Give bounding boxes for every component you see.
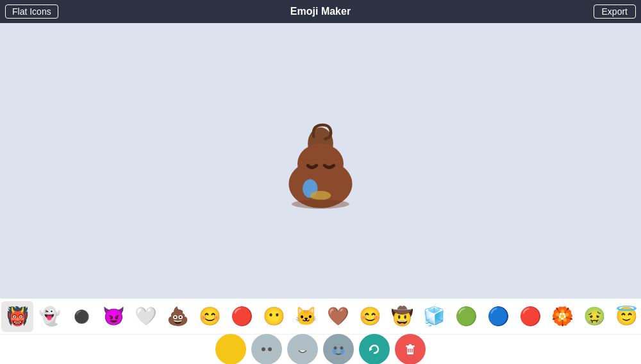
mouth-button[interactable]	[287, 334, 318, 364]
emoji-item[interactable]: 🔵	[482, 301, 514, 332]
svg-point-7	[221, 340, 240, 359]
emoji-item[interactable]: 😶	[258, 301, 290, 332]
emoji-item[interactable]: 🤢	[578, 301, 610, 332]
delete-button[interactable]	[395, 334, 426, 364]
header: Flat Icons Emoji Maker Export	[0, 0, 641, 23]
mouth-icon	[292, 339, 313, 360]
refresh-button[interactable]	[359, 334, 390, 364]
emoji-item[interactable]: 👹	[1, 301, 33, 332]
svg-point-14	[340, 347, 344, 350]
eyes-icon	[256, 339, 277, 360]
body-color-icon	[221, 339, 241, 360]
export-button[interactable]: Export	[594, 4, 636, 19]
svg-point-9	[262, 347, 265, 351]
emoji-item[interactable]: 💩	[162, 301, 194, 332]
emoji-item[interactable]: 🔴	[514, 301, 546, 332]
emoji-item[interactable]: 🔴	[226, 301, 258, 332]
emoji-item[interactable]: 😇	[610, 301, 641, 332]
svg-point-12	[329, 340, 348, 359]
svg-point-11	[293, 340, 312, 359]
trash-icon	[400, 339, 420, 360]
svg-point-13	[334, 347, 337, 350]
svg-point-5	[310, 191, 331, 200]
flat-icons-button[interactable]: Flat Icons	[5, 4, 58, 19]
refresh-icon	[364, 339, 385, 360]
emoji-row: 👹 👻 ⚫ 😈 🤍 💩 😊 🔴 😶 🐱 🤎 😊 🤠 🧊 🟢 🔵 🔴 🏵️ 🤢 😇…	[0, 299, 641, 335]
emoji-item[interactable]: 👻	[33, 301, 65, 332]
expression-button[interactable]	[323, 334, 354, 364]
svg-point-2	[297, 144, 344, 184]
emoji-item[interactable]: 🏵️	[546, 301, 578, 332]
canvas-area	[0, 23, 641, 299]
emoji-item[interactable]: 🤠	[386, 301, 418, 332]
svg-point-16	[340, 349, 344, 354]
emoji-item[interactable]: 🤎	[322, 301, 354, 332]
emoji-item[interactable]: 🤍	[129, 301, 162, 332]
svg-point-8	[257, 340, 276, 359]
emoji-item[interactable]: 😈	[97, 301, 129, 332]
expression-icon	[328, 339, 349, 360]
emoji-item[interactable]: 🐱	[290, 301, 322, 332]
body-color-button[interactable]	[215, 334, 246, 364]
svg-point-6	[292, 199, 349, 208]
header-title: Emoji Maker	[290, 6, 351, 17]
emoji-item[interactable]: 🟢	[450, 301, 482, 332]
emoji-item[interactable]: 😊	[194, 301, 226, 332]
emoji-item[interactable]: 😊	[354, 301, 386, 332]
eyes-button[interactable]	[251, 334, 282, 364]
emoji-preview	[256, 97, 385, 225]
svg-point-17	[365, 340, 384, 359]
emoji-item[interactable]: 🧊	[418, 301, 450, 332]
svg-point-15	[333, 349, 337, 354]
emoji-item[interactable]: ⚫	[65, 301, 97, 332]
action-row	[0, 335, 641, 364]
svg-rect-22	[409, 344, 412, 346]
svg-point-10	[268, 347, 272, 351]
bottom-panel: 👹 👻 ⚫ 😈 🤍 💩 😊 🔴 😶 🐱 🤎 😊 🤠 🧊 🟢 🔵 🔴 🏵️ 🤢 😇…	[0, 299, 641, 364]
emoji-svg	[263, 103, 378, 219]
